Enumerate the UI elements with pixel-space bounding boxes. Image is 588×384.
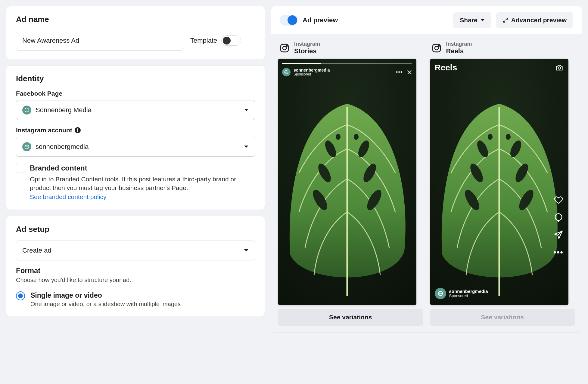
svg-point-3 <box>283 46 286 50</box>
svg-point-17 <box>438 45 439 46</box>
reels-overlay-title: Reels <box>435 63 457 72</box>
stories-avatar-icon <box>282 68 291 76</box>
instagram-icon <box>279 43 290 54</box>
identity-title: Identity <box>16 74 255 83</box>
ad-name-title: Ad name <box>16 15 255 24</box>
template-toggle[interactable] <box>221 35 241 46</box>
chevron-down-icon <box>244 145 249 148</box>
branded-content-title: Branded content <box>30 164 255 172</box>
reels-preview: Reels ••• sonnenbergmedia Sponsored <box>430 59 568 305</box>
svg-point-25 <box>488 134 493 140</box>
ad-name-input[interactable] <box>16 31 183 51</box>
share-icon <box>554 230 563 239</box>
ig-account-avatar-icon <box>22 142 31 151</box>
stories-user: sonnenbergmedia <box>294 68 330 72</box>
close-icon <box>407 69 412 75</box>
reels-placement-label: Reels <box>446 47 472 55</box>
reels-avatar-icon <box>435 288 446 299</box>
fb-page-select[interactable]: Sonnenberg Media <box>16 100 255 120</box>
identity-card: Identity Facebook Page Sonnenberg Media … <box>6 65 265 210</box>
ad-setup-title: Ad setup <box>16 225 255 234</box>
share-button[interactable]: Share <box>453 12 491 28</box>
format-option-single-title: Single image or video <box>30 291 181 300</box>
radio-single[interactable] <box>16 291 25 300</box>
more-icon: ••• <box>553 248 563 257</box>
format-title: Format <box>16 266 255 275</box>
format-option-single[interactable]: Single image or video One image or video… <box>16 291 255 308</box>
stories-progress <box>282 63 412 64</box>
format-desc: Choose how you'd like to structure your … <box>16 277 255 284</box>
stories-sponsored: Sponsored <box>294 72 330 76</box>
svg-point-12 <box>336 134 341 140</box>
svg-point-26 <box>506 134 511 140</box>
fb-page-label: Facebook Page <box>16 90 255 97</box>
comment-icon <box>554 213 563 222</box>
more-icon: ••• <box>396 69 403 75</box>
branded-content-checkbox[interactable] <box>16 164 25 173</box>
svg-point-16 <box>435 46 438 50</box>
advanced-preview-button[interactable]: Advanced preview <box>496 12 573 28</box>
template-label: Template <box>190 37 217 45</box>
ad-preview-title: Ad preview <box>303 16 448 24</box>
caret-down-icon <box>481 19 485 22</box>
ad-name-card: Ad name Template <box>6 6 265 59</box>
chevron-down-icon <box>244 249 249 252</box>
stories-placement-label: Stories <box>294 47 320 55</box>
ad-setup-select[interactable]: Create ad <box>16 241 255 260</box>
ig-account-value: sonnenbergmedia <box>36 143 89 151</box>
info-icon[interactable]: i <box>75 127 81 133</box>
svg-point-28 <box>555 214 562 221</box>
instagram-icon <box>431 43 442 54</box>
branded-content-link[interactable]: See branded content policy <box>30 193 107 200</box>
svg-point-13 <box>354 134 359 140</box>
reels-user: sonnenbergmedia <box>449 289 488 294</box>
see-variations-stories-button[interactable]: See variations <box>278 309 423 326</box>
branded-content-desc: Opt in to Branded Content tools. If this… <box>30 176 236 191</box>
reels-platform-label: Instagram <box>446 41 472 47</box>
svg-point-4 <box>286 45 287 46</box>
see-variations-reels-button[interactable]: See variations <box>430 309 575 326</box>
ad-setup-card: Ad setup Create ad Format Choose how you… <box>6 216 265 316</box>
fb-page-value: Sonnenberg Media <box>36 106 92 114</box>
chevron-down-icon <box>244 109 249 112</box>
ig-account-label: Instagram account <box>16 127 72 134</box>
ad-preview-toggle[interactable] <box>280 15 298 26</box>
stories-platform-label: Instagram <box>294 41 320 47</box>
svg-point-27 <box>558 67 560 69</box>
camera-icon <box>555 63 564 72</box>
format-option-single-desc: One image or video, or a slideshow with … <box>30 301 181 308</box>
expand-icon <box>503 17 508 23</box>
ad-setup-value: Create ad <box>22 247 51 254</box>
fb-page-avatar-icon <box>22 106 31 115</box>
stories-preview: sonnenbergmedia Sponsored ••• <box>278 59 416 305</box>
reels-sponsored: Sponsored <box>449 294 488 298</box>
ig-account-select[interactable]: sonnenbergmedia <box>16 137 255 157</box>
like-icon <box>554 195 563 204</box>
